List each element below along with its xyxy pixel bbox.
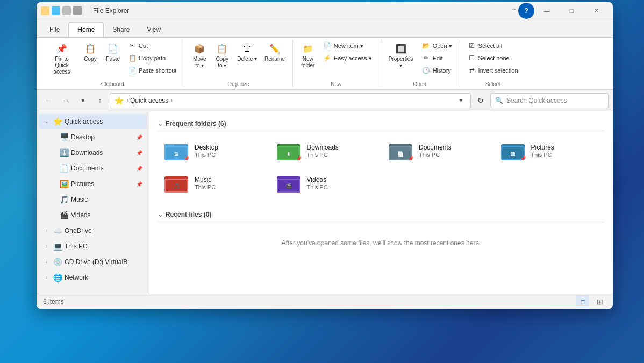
pin-icon: 📌 [55,42,68,55]
documents-folder-info: Documents This PC [419,144,452,158]
copy-path-button[interactable]: 📋 Copy path [125,52,180,64]
properties-button[interactable]: 🔲 Properties ▾ [384,40,418,71]
move-to-button[interactable]: 📦 Moveto ▾ [189,40,210,71]
tab-share[interactable]: Share [104,22,138,37]
pin-to-quick-access-button[interactable]: 📌 Pin to Quickaccess [45,40,78,77]
sidebar-item-this-pc[interactable]: › 💻 This PC [39,239,147,254]
help-button[interactable]: ? [518,3,534,19]
search-icon: 🔍 [495,97,503,104]
music-folder-info: Music This PC [195,176,216,190]
select-all-button[interactable]: ☑ Select all [464,40,521,52]
collapse-ribbon-icon[interactable]: ⌃ [510,6,518,15]
recent-files-empty: After you've opened some files, we'll sh… [158,226,604,260]
move-icon: 📦 [193,42,206,55]
ribbon-clipboard-content: 📌 Pin to Quickaccess 📋 Copy 📄 Paste ✂ Cu… [45,40,180,77]
recent-files-header[interactable]: ⌄ Recent files (0) [158,207,604,222]
open-button[interactable]: 📂 Open ▾ [419,40,455,52]
delete-button[interactable]: 🗑 Delete ▾ [234,40,260,65]
documents-folder-thumb: 📄 📌 [388,140,413,161]
sidebar-item-quick-access[interactable]: ⌄ ⭐ Quick access [39,114,147,129]
desktop-folder-info: Desktop This PC [195,144,218,158]
copy-to-button[interactable]: 📋 Copyto ▾ [211,40,233,71]
sidebar-item-network[interactable]: › 🌐 Network [39,270,147,285]
address-path-bar[interactable]: ⭐ › Quick access › ▾ [110,93,471,108]
sidebar-pictures-label: Pictures [71,180,134,188]
folder-item-desktop[interactable]: 🖥 📌 Desktop This PC [158,136,268,166]
paste-shortcut-button[interactable]: 📄 Paste shortcut [125,65,180,76]
select-none-button[interactable]: ☐ Select none [464,52,521,64]
sidebar-item-pictures[interactable]: 🖼️ Pictures 📌 [39,176,147,191]
sidebar-item-cd-drive[interactable]: › 💿 CD Drive (D:) VirtualB [39,254,147,269]
sidebar-item-onedrive[interactable]: › ☁️ OneDrive [39,223,147,238]
sidebar-this-pc-label: This PC [65,243,142,250]
titlebar-icon-yellow [41,6,49,15]
search-placeholder: Search Quick access [506,97,567,104]
recent-locations-button[interactable]: ▾ [75,93,90,108]
minimize-button[interactable]: — [534,2,559,19]
videos-folder-info: Videos This PC [307,176,328,190]
downloads-folder-thumb: ⬇ 📌 [276,140,302,161]
organize-group-label: Organize [189,80,288,87]
quick-access-star-icon: ⭐ [115,96,124,105]
close-button[interactable]: ✕ [584,2,609,19]
search-box[interactable]: 🔍 Search Quick access [490,93,609,108]
list-view-button[interactable]: ≡ [576,295,589,308]
folder-item-music[interactable]: 🎵 Music This PC [158,168,268,198]
main-area: ⌄ ⭐ Quick access 🖥️ Desktop 📌 ⬇️ Downloa… [37,111,613,294]
svg-text:📄: 📄 [397,151,404,158]
paste-shortcut-icon: 📄 [128,66,137,75]
new-folder-button[interactable]: 📁 Newfolder [297,40,319,71]
cut-button[interactable]: ✂ Cut [125,40,180,52]
videos-folder-name: Videos [307,176,328,183]
sidebar-item-videos[interactable]: 🎬 Videos [39,208,147,223]
titlebar-icon-gray2 [73,6,82,15]
path-chevron: › [127,97,129,104]
grid-view-button[interactable]: ⊞ [593,295,606,308]
maximize-button[interactable]: □ [559,2,584,19]
tab-home[interactable]: Home [68,22,104,37]
ribbon-open-content: 🔲 Properties ▾ 📂 Open ▾ ✏ Edit 🕐 History [384,40,455,77]
sidebar-item-documents[interactable]: 📄 Documents 📌 [39,161,147,176]
up-button[interactable]: ↑ [92,93,108,108]
rename-label: Rename [264,56,285,62]
sidebar-item-desktop[interactable]: 🖥️ Desktop 📌 [39,130,147,145]
copy-button[interactable]: 📋 Copy [80,40,101,65]
back-button[interactable]: ← [41,93,56,108]
history-button[interactable]: 🕐 History [419,65,455,76]
sidebar-item-downloads[interactable]: ⬇️ Downloads 📌 [39,145,147,160]
edit-button[interactable]: ✏ Edit [419,52,455,64]
tab-file[interactable]: File [41,22,68,37]
folder-item-downloads[interactable]: ⬇ 📌 Downloads This PC [270,136,381,166]
sidebar: ⌄ ⭐ Quick access 🖥️ Desktop 📌 ⬇️ Downloa… [37,111,149,294]
path-label: Quick access [130,97,168,104]
new-item-button[interactable]: 📄 New item ▾ [320,40,375,52]
titlebar-icon-blue [52,6,60,15]
desktop-pin-badge: 📌 [183,156,189,161]
invert-selection-button[interactable]: ⇄ Invert selection [464,65,521,76]
recent-files-divider [158,222,604,222]
tab-view[interactable]: View [138,22,169,37]
folder-item-documents[interactable]: 📄 📌 Documents This PC [382,136,492,166]
window-title: File Explorer [93,7,510,15]
ribbon-group-new: 📁 Newfolder 📄 New item ▾ ⚡ Easy access ▾… [293,40,380,87]
sidebar-item-music[interactable]: 🎵 Music [39,192,147,207]
music-folder-name: Music [195,176,216,183]
delete-label: Delete ▾ [237,56,257,62]
path-dropdown-button[interactable]: ▾ [455,95,466,106]
refresh-button[interactable]: ↻ [473,93,488,108]
folder-item-pictures[interactable]: 🖼 📌 Pictures This PC [495,136,605,166]
frequent-folders-header[interactable]: ⌄ Frequent folders (6) [158,116,604,131]
folder-item-videos[interactable]: 🎬 Videos This PC [270,168,381,198]
rename-button[interactable]: ✏️ Rename [261,40,288,65]
paste-button[interactable]: 📄 Paste [102,40,124,65]
music-folder-sub: This PC [195,184,216,190]
quick-access-collapse-icon: ⌄ [43,118,51,125]
copy-icon: 📋 [84,42,97,55]
new-folder-icon: 📁 [302,42,314,55]
sidebar-videos-label: Videos [71,211,142,219]
quick-access-icon: ⭐ [53,117,62,126]
easy-access-button[interactable]: ⚡ Easy access ▾ [320,52,375,64]
ribbon-organize-content: 📦 Moveto ▾ 📋 Copyto ▾ 🗑 Delete ▾ ✏️ Rena… [189,40,288,77]
svg-text:🖥: 🖥 [174,151,179,157]
forward-button[interactable]: → [58,93,73,108]
